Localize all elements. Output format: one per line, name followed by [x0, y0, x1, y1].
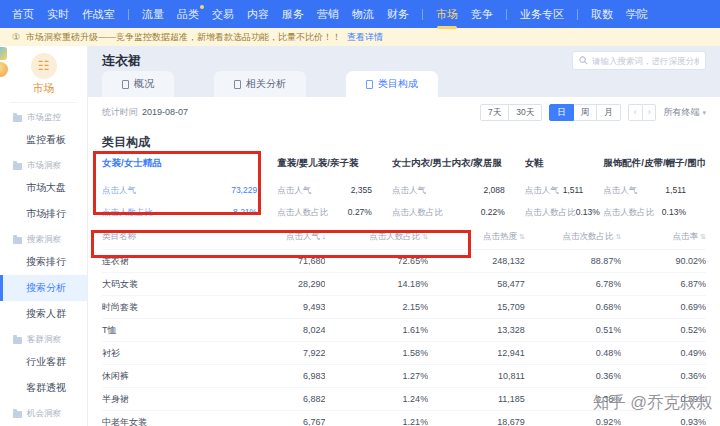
col-click-people-ratio[interactable]: 点击人数占比⇅ [325, 231, 428, 243]
sidebar-section-opportunity-insight: 机会洞察 [0, 401, 87, 423]
prev-date-button[interactable]: ‹ [628, 104, 643, 121]
nav-content[interactable]: 内容 [247, 7, 269, 22]
category-card-womens-wear: 女装/女士精品 点击人气73,229 点击人数占比8.21% [102, 157, 277, 223]
table-row[interactable]: T恤 8,024 1.61% 13,328 0.51% 0.52% [102, 318, 706, 341]
nav-realtime[interactable]: 实时 [47, 7, 69, 22]
sidebar-item-market-ranking[interactable]: 市场排行 [0, 201, 87, 227]
sidebar-item-customer-perspective[interactable]: 客群透视 [0, 375, 87, 401]
nav-finance[interactable]: 财务 [387, 7, 409, 22]
category-card-link[interactable]: 女士内衣/男士内衣/家居服 [392, 157, 525, 170]
announcement-detail-link[interactable]: 查看详情 [347, 31, 383, 44]
cell-click-rate: 0.93% [621, 417, 706, 426]
table-row[interactable]: 大码女装 28,290 14.18% 58,477 6.78% 6.87% [102, 272, 706, 295]
nav-service[interactable]: 服务 [282, 7, 304, 22]
sidebar-app-market[interactable]: ☷ 市场 [10, 46, 77, 103]
sidebar: ☷ 市场 市场监控 监控看板 市场洞察 市场大盘 市场排行 搜索洞察 搜索排行 … [0, 46, 88, 426]
cell-click-popularity: 9,493 [235, 302, 326, 312]
table-row[interactable]: 休闲裤 6,983 1.27% 10,811 0.36% 0.36% [102, 364, 706, 387]
cell-click-popularity: 6,882 [235, 394, 326, 404]
col-click-count-ratio[interactable]: 点击次数占比⇅ [525, 231, 622, 243]
category-summary-cards: 女装/女士精品 点击人气73,229 点击人数占比8.21% 童装/婴儿装/亲子… [88, 157, 720, 223]
table-row[interactable]: 衬衫 7,922 1.58% 12,941 0.48% 0.49% [102, 341, 706, 364]
cell-click-heat: 11,185 [428, 394, 525, 404]
category-card-link[interactable]: 服饰配件/皮带/帽子/围巾 [603, 157, 706, 170]
terminal-label: 所有终端 [663, 106, 699, 119]
metric-value: 0.22% [481, 201, 505, 223]
metric-label: 点击人数占比 [102, 201, 153, 223]
unit-month-button[interactable]: 月 [597, 104, 621, 121]
market-app-label: 市场 [10, 81, 77, 96]
unit-week-button[interactable]: 周 [574, 104, 598, 121]
nav-trade[interactable]: 交易 [212, 7, 234, 22]
section-title: 客群洞察 [27, 334, 61, 346]
table-row[interactable]: 时尚套装 9,493 2.15% 15,709 0.68% 0.69% [102, 295, 706, 318]
search-box[interactable] [572, 51, 706, 70]
col-click-heat[interactable]: 点击热度⇅ [428, 231, 525, 243]
next-date-button[interactable]: › [643, 104, 657, 121]
chevron-down-icon: ▾ [702, 109, 706, 117]
nav-logistics[interactable]: 物流 [352, 7, 374, 22]
sort-icon[interactable]: ⇅ [700, 233, 706, 240]
col-click-rate[interactable]: 点击率⇅ [621, 231, 706, 243]
cell-click-people-ratio: 1.21% [325, 417, 428, 426]
metric-value: 2,355 [351, 179, 372, 201]
cell-category-name[interactable]: 中老年女装 [102, 416, 235, 426]
cell-category-name[interactable]: 半身裙 [102, 393, 235, 406]
cell-category-name[interactable]: 时尚套装 [102, 301, 235, 314]
sidebar-item-industry-customer[interactable]: 行业客群 [0, 349, 87, 375]
category-card-link[interactable]: 女鞋 [525, 157, 604, 170]
nav-academy[interactable]: 学院 [626, 7, 648, 22]
nav-traffic[interactable]: 流量 [142, 7, 164, 22]
nav-business-zone[interactable]: 业务专区 [520, 7, 564, 22]
floating-edge-widget [0, 47, 8, 77]
cell-click-count-ratio: 0.68% [525, 302, 622, 312]
terminal-select[interactable]: 所有终端 ▾ [663, 106, 706, 119]
nav-competition[interactable]: 竞争 [471, 7, 493, 22]
nav-data-fetch[interactable]: 取数 [591, 7, 613, 22]
cell-category-name[interactable]: 大码女装 [102, 278, 235, 291]
section-title: 搜索洞察 [27, 234, 61, 246]
search-icon [579, 56, 588, 65]
category-card-link[interactable]: 女装/女士精品 [102, 157, 277, 170]
sidebar-item-search-crowd[interactable]: 搜索人群 [0, 301, 87, 327]
nav-market-active[interactable]: 市场 [436, 7, 458, 22]
category-card-link[interactable]: 童装/婴儿装/亲子装 [277, 157, 392, 170]
sidebar-item-monitor-board[interactable]: 监控看板 [0, 127, 87, 153]
nav-marketing[interactable]: 营销 [317, 7, 339, 22]
nav-war-room[interactable]: 作战室 [82, 7, 115, 22]
stat-time-label: 统计时间 [102, 107, 138, 117]
sidebar-section-market-monitor: 市场监控 [0, 105, 87, 127]
tab-overview[interactable]: 概况 [102, 71, 174, 97]
range-30d-button[interactable]: 30天 [509, 104, 542, 121]
sidebar-section-search-insight: 搜索洞察 [0, 227, 87, 249]
cell-click-popularity: 8,024 [235, 325, 326, 335]
cell-click-popularity: 6,767 [235, 417, 326, 426]
announcement-text: 市场洞察重磅升级——竞争监控数据超准，新增看款选品功能，比量不比价！！ [26, 31, 341, 44]
cell-category-name[interactable]: 连衣裙 [102, 255, 235, 268]
nav-category[interactable]: 品类 [177, 7, 199, 22]
widget-badge-icon [0, 62, 8, 77]
cell-click-people-ratio: 72.65% [325, 256, 428, 266]
search-input[interactable] [592, 56, 699, 66]
range-7d-button[interactable]: 7天 [480, 104, 509, 121]
folder-icon [13, 115, 22, 122]
tab-category-composition[interactable]: 类目构成 [346, 71, 438, 97]
tab-related-analysis[interactable]: 相关分析 [214, 71, 306, 97]
sidebar-item-search-ranking[interactable]: 搜索排行 [0, 249, 87, 275]
metric-value: 8.21% [233, 201, 257, 223]
cell-category-name[interactable]: 休闲裤 [102, 370, 235, 383]
date-pager: ‹ › [628, 104, 657, 121]
sidebar-item-market-overview[interactable]: 市场大盘 [0, 175, 87, 201]
sidebar-item-search-analysis[interactable]: 搜索分析 [0, 275, 87, 301]
unit-day-button[interactable]: 日 [549, 104, 574, 121]
metric-label: 点击人气 [603, 179, 637, 201]
cell-category-name[interactable]: 衬衫 [102, 347, 235, 360]
cell-click-people-ratio: 1.61% [325, 325, 428, 335]
nav-home[interactable]: 首页 [12, 7, 34, 22]
doc-icon [122, 80, 129, 89]
table-row[interactable]: 连衣裙 71,680 72.65% 248,132 88.87% 90.02% [102, 249, 706, 272]
range-button-group: 7天 30天 [480, 104, 542, 121]
cell-click-people-ratio: 1.27% [325, 371, 428, 381]
cell-category-name[interactable]: T恤 [102, 324, 235, 337]
col-click-popularity[interactable]: 点击人气↓ [235, 231, 326, 243]
